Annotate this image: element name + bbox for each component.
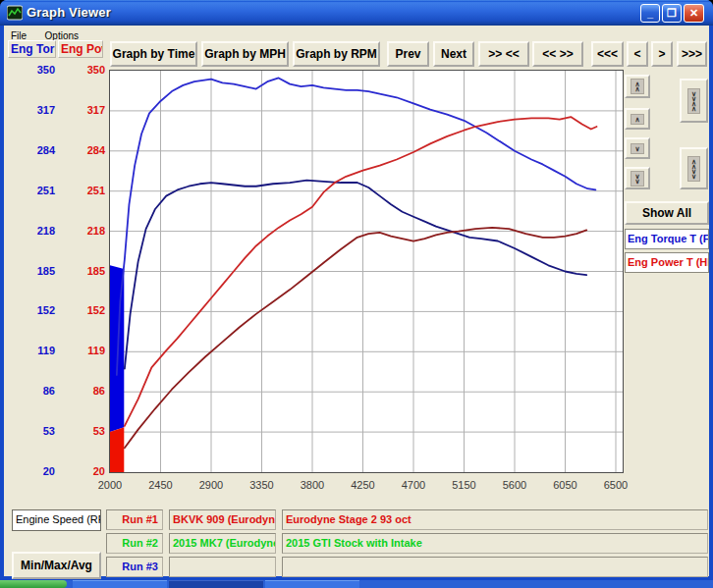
chevrons-outward-icon: ∧ ∧ ∨ ∨ bbox=[687, 156, 700, 182]
power-spike-fill bbox=[110, 427, 124, 472]
run3-label: Run #3 bbox=[106, 557, 163, 577]
run3-desc-field[interactable] bbox=[282, 557, 708, 577]
run2-desc-field[interactable]: 2015 GTI Stock with Intake bbox=[282, 533, 708, 554]
x-axis-title-box: Engine Speed (RPM) bbox=[12, 509, 101, 531]
y-axis-label-power: 119 bbox=[62, 345, 105, 356]
torque-axis-header: Eng Torque bbox=[8, 40, 56, 58]
run1-label: Run #1 bbox=[106, 509, 163, 530]
power-axis-header: Eng Power bbox=[58, 40, 103, 58]
show-all-button[interactable]: Show All bbox=[625, 201, 709, 225]
app-icon bbox=[7, 5, 23, 21]
series-run-2-eng-torque bbox=[125, 181, 586, 369]
y-axis-label-power: 152 bbox=[62, 304, 105, 316]
x-axis-label: 4250 bbox=[338, 479, 389, 491]
title-bar: Graph Viewer _ ❐ ✕ bbox=[0, 0, 713, 26]
x-axis-label: 2900 bbox=[186, 479, 237, 491]
legend-power[interactable]: Eng Power T (HP) bbox=[625, 252, 709, 273]
window-title: Graph Viewer bbox=[27, 5, 111, 20]
prev-button[interactable]: Prev bbox=[387, 41, 429, 67]
pan-right-button[interactable]: > bbox=[651, 41, 673, 67]
x-axis-label: 4700 bbox=[388, 479, 439, 491]
zoom-in-y-button[interactable]: ∨ ∨ ∧ ∧ bbox=[680, 79, 708, 123]
close-button[interactable]: ✕ bbox=[684, 4, 704, 23]
maximize-button[interactable]: ❐ bbox=[662, 4, 682, 23]
taskbar-item[interactable] bbox=[265, 580, 359, 588]
pan-right-fast-button[interactable]: >>> bbox=[677, 41, 707, 67]
y-axis-label-power: 86 bbox=[62, 385, 105, 397]
shift-out-button[interactable]: << >> bbox=[532, 41, 583, 67]
pan-left-fast-button[interactable]: <<< bbox=[591, 41, 624, 67]
y-axis-label-torque: 152 bbox=[12, 304, 55, 316]
run1-file-field[interactable]: BKVK 909 (Eurodyne, B bbox=[169, 509, 276, 530]
chevrons-inward-icon: ∨ ∨ ∧ ∧ bbox=[687, 88, 700, 114]
pan-left-button[interactable]: < bbox=[627, 41, 648, 67]
x-axis-label: 6500 bbox=[590, 479, 641, 491]
run2-label: Run #2 bbox=[106, 533, 163, 554]
run3-file-field[interactable] bbox=[169, 557, 276, 577]
x-axis-label: 2000 bbox=[84, 479, 136, 491]
y-axis-label-torque: 185 bbox=[12, 265, 55, 277]
graph-viewer-window: Graph Viewer _ ❐ ✕ File Options Eng Torq… bbox=[0, 0, 713, 580]
y-axis-label-torque: 284 bbox=[12, 144, 55, 156]
taskbar-item[interactable] bbox=[73, 580, 167, 588]
series-run-1-eng-torque bbox=[117, 78, 596, 374]
double-chevron-up-icon: ∧ ∧ bbox=[631, 79, 643, 94]
y-axis-label-torque: 86 bbox=[12, 385, 55, 397]
y-axis-label-power: 53 bbox=[62, 425, 105, 437]
pan-up-button[interactable]: ∧ bbox=[625, 108, 650, 130]
chevron-down-icon: ∨ bbox=[631, 143, 643, 154]
min-max-avg-button[interactable]: Min/Max/Avg bbox=[12, 552, 101, 579]
chart-canvas bbox=[110, 71, 623, 472]
run2-file-field[interactable]: 2015 MK7 (Eurodyne, E bbox=[169, 533, 276, 554]
taskbar-item-active[interactable] bbox=[169, 580, 263, 588]
taskbar bbox=[0, 580, 713, 588]
y-axis-label-torque: 251 bbox=[12, 185, 55, 196]
y-axis-label-torque: 119 bbox=[12, 345, 55, 356]
pan-up-fast-button[interactable]: ∧ ∧ bbox=[625, 75, 650, 98]
run1-desc-field[interactable]: Eurodyne Stage 2 93 oct bbox=[282, 509, 708, 530]
y-axis-label-torque: 218 bbox=[12, 225, 55, 237]
y-axis-label-torque: 350 bbox=[12, 64, 55, 76]
graph-by-rpm-button[interactable]: Graph by RPM bbox=[293, 41, 380, 67]
legend-torque[interactable]: Eng Torque T (Ft-lbs) bbox=[625, 229, 709, 249]
series-run-2-eng-power bbox=[125, 228, 586, 448]
zoom-out-y-button[interactable]: ∧ ∧ ∨ ∨ bbox=[680, 147, 708, 189]
menu-bar: File Options bbox=[4, 26, 709, 40]
x-axis-label: 3350 bbox=[237, 479, 288, 491]
y-axis-label-torque: 317 bbox=[12, 104, 55, 116]
graph-by-mph-button[interactable]: Graph by MPH bbox=[201, 41, 289, 67]
x-axis-label: 6050 bbox=[540, 479, 591, 491]
y-axis-label-power: 284 bbox=[62, 144, 105, 156]
y-axis-label-torque: 53 bbox=[12, 425, 55, 437]
x-axis-label: 5150 bbox=[439, 479, 490, 491]
y-axis-label-torque: 20 bbox=[12, 465, 55, 477]
next-button[interactable]: Next bbox=[433, 41, 474, 67]
dyno-chart bbox=[109, 70, 624, 473]
y-axis-label-power: 20 bbox=[62, 465, 105, 477]
pan-down-button[interactable]: ∨ bbox=[625, 137, 650, 159]
pan-down-fast-button[interactable]: ∨ ∨ bbox=[625, 167, 650, 189]
shift-in-button[interactable]: >> << bbox=[478, 41, 529, 67]
x-axis-label: 2450 bbox=[136, 479, 187, 491]
y-axis-label-power: 317 bbox=[62, 104, 105, 116]
y-axis-label-power: 185 bbox=[62, 265, 105, 277]
double-chevron-down-icon: ∨ ∨ bbox=[631, 171, 643, 187]
start-button-fragment[interactable] bbox=[0, 580, 67, 588]
x-axis-label: 5600 bbox=[489, 479, 540, 491]
chevron-up-icon: ∧ bbox=[631, 114, 643, 125]
y-axis-label-power: 218 bbox=[62, 225, 105, 237]
graph-by-time-button[interactable]: Graph by Time bbox=[110, 41, 197, 67]
y-axis-label-power: 350 bbox=[62, 64, 105, 76]
minimize-button[interactable]: _ bbox=[640, 4, 660, 23]
y-axis-label-power: 251 bbox=[62, 185, 105, 196]
x-axis-label: 3800 bbox=[287, 479, 338, 491]
